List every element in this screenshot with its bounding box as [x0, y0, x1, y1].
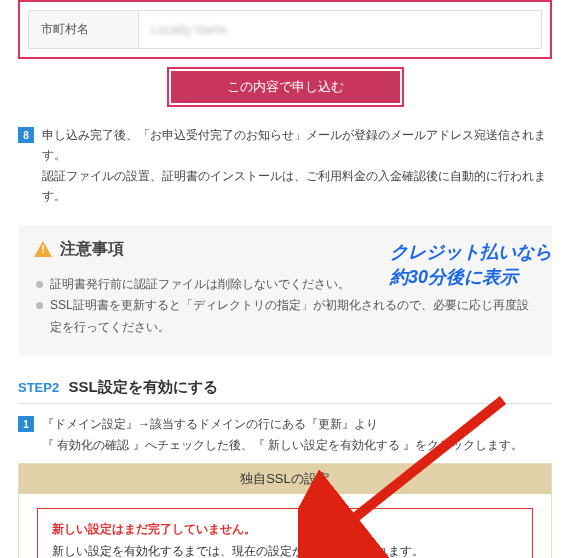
step-badge: 8 — [18, 127, 34, 143]
panel-title: 独自SSLの設定 — [19, 464, 551, 494]
activation-desc: 新しい設定を有効化するまでは、現在の設定が続けて使用されます。 — [52, 542, 518, 558]
caution-item: 証明書発行前に認証ファイルは削除しないでください。 — [34, 274, 536, 296]
step-title: SSL設定を有効にする — [69, 378, 218, 395]
instruction-line: 『 有効化の確認 』へチェックした後、『 新しい設定を有効化する 』をクリックし… — [42, 435, 523, 455]
caution-item: SSL証明書を更新すると「ディレクトリの指定」が初期化されるので、必要に応じ再度… — [34, 295, 536, 338]
apply-button[interactable]: この内容で申し込む — [171, 71, 400, 103]
table-row: 市町村名 Locality Name — [29, 11, 542, 49]
note-line: 認証ファイルの設置、証明書のインストールは、ご利用料金の入金確認後に自動的に行わ… — [42, 166, 552, 207]
form-label-locality: 市町村名 — [29, 11, 139, 49]
warning-icon — [34, 241, 52, 257]
submit-button-frame: この内容で申し込む — [167, 67, 404, 107]
caution-heading: 注意事項 — [60, 239, 124, 260]
step-label: STEP2 — [18, 380, 59, 395]
application-form-table: 市町村名 Locality Name — [28, 10, 542, 49]
instruction-line: 『ドメイン設定』→該当するドメインの行にある『更新』より — [42, 414, 523, 434]
caution-box: 注意事項 証明書発行前に認証ファイルは削除しないでください。 SSL証明書を更新… — [18, 225, 552, 357]
note-line: 申し込み完了後、「お申込受付完了のお知らせ」メールが登録のメールアドレス宛送信さ… — [42, 125, 552, 166]
form-value-locality: Locality Name — [139, 11, 542, 49]
step2-heading: STEP2 SSL設定を有効にする — [18, 378, 552, 404]
activation-warning: 新しい設定はまだ完了していません。 — [52, 521, 518, 538]
step2-instruction: 1 『ドメイン設定』→該当するドメインの行にある『更新』より 『 有効化の確認 … — [18, 414, 552, 455]
ssl-settings-panel: 独自SSLの設定 新しい設定はまだ完了していません。 新しい設定を有効化するまで… — [18, 463, 552, 558]
step-badge: 1 — [18, 416, 34, 432]
activation-box: 新しい設定はまだ完了していません。 新しい設定を有効化するまでは、現在の設定が続… — [37, 508, 533, 558]
application-form-frame: 市町村名 Locality Name — [18, 0, 552, 59]
step-note-8: 8 申し込み完了後、「お申込受付完了のお知らせ」メールが登録のメールアドレス宛送… — [18, 125, 552, 207]
